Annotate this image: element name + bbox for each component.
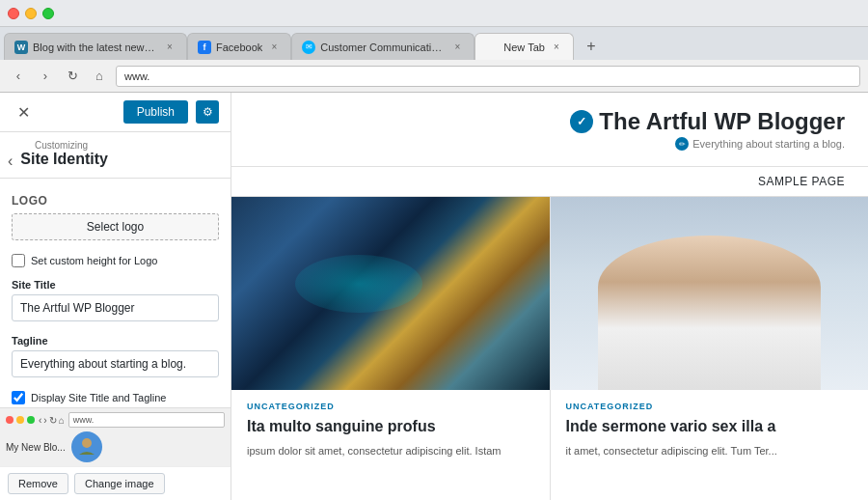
browser-tab-tab-new[interactable]: New Tab× <box>475 33 574 60</box>
mini-browser-chrome: ‹ › ↻ ⌂ www. <box>6 412 225 428</box>
mini-back-icon: ‹ <box>39 415 41 426</box>
tagline-input[interactable] <box>12 350 219 377</box>
remove-button[interactable]: Remove <box>8 473 68 494</box>
home-button[interactable]: ⌂ <box>89 66 110 87</box>
sidebar-bottom-buttons: Remove Change image <box>0 466 231 500</box>
wp-site-tagline: ✏ Everything about starting a blog. <box>255 137 845 151</box>
logo-section-label: Logo <box>12 194 219 208</box>
change-image-button[interactable]: Change image <box>74 473 165 494</box>
back-button[interactable]: ‹ <box>8 66 29 87</box>
new-tab-button[interactable]: + <box>578 33 605 60</box>
custom-height-row: Set custom height for Logo <box>12 254 219 267</box>
wp-post-2-image <box>551 197 869 390</box>
browser-window: WBlog with the latest news and ...×fFace… <box>0 0 868 500</box>
wp-post-1-category: UNCATEGORIZED <box>247 402 534 411</box>
display-title-tagline-label: Display Site Title and Tagline <box>31 392 166 403</box>
back-arrow-icon[interactable]: ‹ <box>8 153 13 170</box>
wp-site-title: ✓ The Artful WP Blogger <box>255 108 845 135</box>
customizer-close-button[interactable]: ✕ <box>12 100 35 124</box>
title-bar <box>0 0 868 27</box>
wp-post-1: UNCATEGORIZED Ita multo sanguine profus … <box>231 197 551 500</box>
browser-tab-tab-wp[interactable]: WBlog with the latest news and ...× <box>4 33 187 60</box>
mini-forward-icon: › <box>43 415 46 426</box>
logo-field-group: Logo Select logo <box>12 194 219 240</box>
wp-post-2-category: UNCATEGORIZED <box>566 402 854 411</box>
tab-close-tab-wp[interactable]: × <box>163 41 176 54</box>
mini-favicon-icon <box>71 431 102 462</box>
site-title-label: Site Title <box>12 279 219 291</box>
wp-nav: SAMPLE PAGE <box>231 167 868 197</box>
site-title-input[interactable] <box>12 294 219 321</box>
wp-nav-item-sample[interactable]: SAMPLE PAGE <box>758 175 845 188</box>
publish-button[interactable]: Publish <box>123 100 188 124</box>
tab-favicon-tab-new <box>485 41 499 54</box>
customizing-back-row: ‹ Site Identity <box>0 151 231 179</box>
ocean-image <box>231 197 550 390</box>
person-image <box>551 197 869 390</box>
customizing-label: Customizing <box>0 132 231 151</box>
select-logo-button[interactable]: Select logo <box>12 213 219 240</box>
address-bar[interactable]: www. <box>116 66 860 87</box>
mini-traffic-lights <box>6 416 35 424</box>
site-title-field-group: Site Title <box>12 279 219 321</box>
minimize-traffic-light[interactable] <box>25 8 37 19</box>
wp-post-2-body: UNCATEGORIZED Inde sermone vario sex ill… <box>551 390 869 470</box>
svg-point-0 <box>82 438 92 448</box>
wordpress-preview: ✓ The Artful WP Blogger ✏ Everything abo… <box>231 93 868 500</box>
wp-post-1-body: UNCATEGORIZED Ita multo sanguine profus … <box>231 390 550 470</box>
wp-site-preview: ✓ The Artful WP Blogger ✏ Everything abo… <box>231 93 868 500</box>
tagline-field-group: Tagline <box>12 335 219 377</box>
wp-post-2-excerpt: it amet, consectetur adipiscing elit. Tu… <box>566 443 854 459</box>
maximize-traffic-light[interactable] <box>42 8 54 19</box>
browser-tab-tab-msg[interactable]: ✉Customer Communication Pla...× <box>291 33 475 60</box>
sidebar-content: Logo Select logo Set custom height for L… <box>0 179 231 407</box>
mini-minimize-light <box>16 416 24 424</box>
nav-bar: ‹ › ↻ ⌂ www. <box>0 60 868 93</box>
wp-post-2-title[interactable]: Inde sermone vario sex illa a <box>566 417 854 437</box>
wp-post-1-image <box>231 197 550 390</box>
mini-reload-icon: ↻ <box>49 415 57 426</box>
tagline-label: Tagline <box>12 335 219 347</box>
tab-close-tab-fb[interactable]: × <box>267 41 281 54</box>
mini-browser-preview: ‹ › ↻ ⌂ www. My New Blo... <box>0 407 231 466</box>
close-traffic-light[interactable] <box>8 8 19 19</box>
wp-tagline-icon: ✏ <box>675 137 689 151</box>
mini-maximize-light <box>27 416 35 424</box>
browser-tab-tab-fb[interactable]: fFacebook× <box>187 33 291 60</box>
mini-close-light <box>6 416 14 424</box>
display-title-tagline-checkbox[interactable] <box>12 391 25 404</box>
wp-posts-grid: UNCATEGORIZED Ita multo sanguine profus … <box>231 197 868 500</box>
wp-post-1-title[interactable]: Ita multo sanguine profus <box>247 417 534 437</box>
custom-height-checkbox[interactable] <box>12 254 25 267</box>
customizer-header: ✕ Publish ⚙ <box>0 93 231 132</box>
customizer-sidebar: ✕ Publish ⚙ Customizing ‹ Site Identity … <box>0 93 231 500</box>
wp-tagline-text: Everything about starting a blog. <box>692 138 845 150</box>
tab-close-tab-new[interactable]: × <box>550 41 563 54</box>
mini-home-icon: ⌂ <box>59 415 65 426</box>
address-text: www. <box>124 70 149 82</box>
tab-favicon-tab-wp: W <box>14 41 28 54</box>
wp-site-header: ✓ The Artful WP Blogger ✏ Everything abo… <box>231 93 868 167</box>
traffic-lights <box>8 8 54 19</box>
wp-site-title-text: The Artful WP Blogger <box>599 108 845 135</box>
display-title-tagline-row: Display Site Title and Tagline <box>12 391 219 404</box>
wp-post-1-excerpt: ipsum dolor sit amet, consectetur adipis… <box>247 443 534 459</box>
main-layout: ✕ Publish ⚙ Customizing ‹ Site Identity … <box>0 93 868 500</box>
reload-button[interactable]: ↻ <box>62 66 83 87</box>
wp-site-logo: ✓ <box>570 110 593 133</box>
tab-title-tab-msg: Customer Communication Pla... <box>320 42 446 53</box>
tab-title-tab-new: New Tab <box>503 42 545 53</box>
forward-button[interactable]: › <box>35 66 56 87</box>
mini-nav-buttons: ‹ › ↻ ⌂ <box>39 415 65 426</box>
section-title: Site Identity <box>20 151 108 168</box>
mini-address-bar: www. <box>68 412 225 428</box>
mini-site-label: My New Blo... <box>6 442 66 453</box>
wp-post-2: UNCATEGORIZED Inde sermone vario sex ill… <box>551 197 869 500</box>
tabs-bar: WBlog with the latest news and ...×fFace… <box>0 27 868 60</box>
tab-favicon-tab-msg: ✉ <box>302 41 315 54</box>
tab-close-tab-msg[interactable]: × <box>450 41 464 54</box>
tab-title-tab-wp: Blog with the latest news and ... <box>33 42 158 53</box>
custom-height-label: Set custom height for Logo <box>31 255 157 266</box>
mini-favicon-area: My New Blo... <box>6 431 225 462</box>
gear-button[interactable]: ⚙ <box>196 100 219 124</box>
